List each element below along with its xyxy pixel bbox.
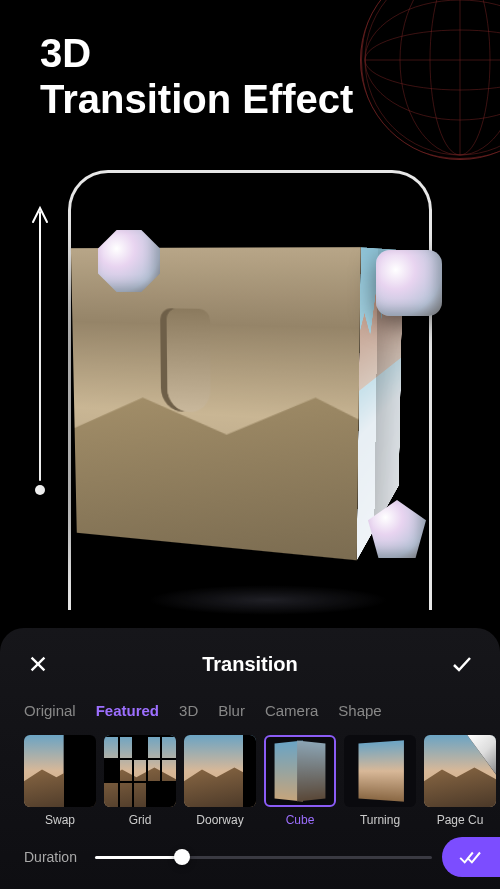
effect-label: Cube <box>264 813 336 827</box>
effect-thumbnail <box>424 735 496 807</box>
tab-blur[interactable]: Blur <box>218 702 245 719</box>
effect-label: Page Cu <box>424 813 496 827</box>
transition-category-tabs: OriginalFeatured3DBlurCameraShape <box>0 702 500 719</box>
close-icon <box>27 653 49 675</box>
effect-label: Turning <box>344 813 416 827</box>
cube-transition-illustration <box>88 200 412 540</box>
duration-label: Duration <box>24 849 77 865</box>
headline-line1: 3D <box>40 31 91 75</box>
headline-line2: Transition Effect <box>40 77 353 121</box>
effect-thumbnail <box>104 735 176 807</box>
cube-face-left <box>71 247 361 560</box>
duration-slider[interactable] <box>95 847 432 867</box>
transition-preview <box>68 160 432 610</box>
svg-point-1 <box>365 30 500 90</box>
effect-thumbnail <box>184 735 256 807</box>
slider-thumb[interactable] <box>174 849 190 865</box>
effect-thumbnail <box>264 735 336 807</box>
svg-point-2 <box>365 0 500 120</box>
apply-all-button[interactable] <box>442 837 500 877</box>
effect-label: Grid <box>104 813 176 827</box>
panel-title: Transition <box>202 653 298 676</box>
close-button[interactable] <box>24 650 52 678</box>
effect-cube[interactable]: Cube <box>264 735 336 827</box>
tab-original[interactable]: Original <box>24 702 76 719</box>
feature-headline: 3D Transition Effect <box>40 30 353 122</box>
transition-panel: Transition OriginalFeatured3DBlurCameraS… <box>0 628 500 889</box>
effect-thumbnail <box>24 735 96 807</box>
effect-swap[interactable]: Swap <box>24 735 96 827</box>
effect-grid[interactable]: Grid <box>104 735 176 827</box>
floating-gem-icon <box>376 250 442 316</box>
tab-3d[interactable]: 3D <box>179 702 198 719</box>
tab-shape[interactable]: Shape <box>338 702 381 719</box>
svg-point-3 <box>430 0 490 155</box>
svg-point-4 <box>400 0 500 155</box>
double-check-icon <box>458 848 484 866</box>
transition-effects-strip[interactable]: SwapGridDoorwayCubeTurningPage Cu <box>0 735 500 827</box>
effect-label: Doorway <box>184 813 256 827</box>
effect-page[interactable]: Page Cu <box>424 735 496 827</box>
effect-doorway[interactable]: Doorway <box>184 735 256 827</box>
svg-point-8 <box>35 485 45 495</box>
confirm-button[interactable] <box>448 650 476 678</box>
vertical-arrow-indicator <box>30 200 50 500</box>
effect-thumbnail <box>344 735 416 807</box>
effect-turning[interactable]: Turning <box>344 735 416 827</box>
effect-label: Swap <box>24 813 96 827</box>
tab-featured[interactable]: Featured <box>96 702 159 719</box>
svg-point-0 <box>365 0 500 155</box>
check-icon <box>450 652 474 676</box>
globe-decoration <box>360 0 500 160</box>
tab-camera[interactable]: Camera <box>265 702 318 719</box>
